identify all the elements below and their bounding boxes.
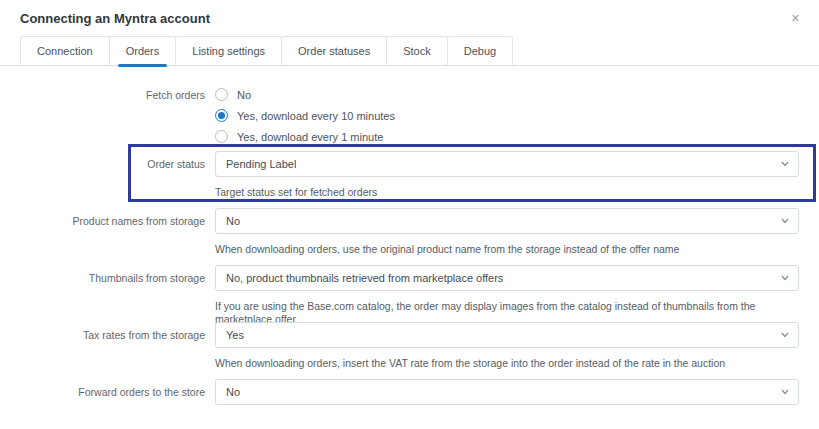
tab-label: Orders xyxy=(126,45,160,57)
tax-rates-select[interactable]: Yes xyxy=(215,322,799,348)
product-names-select[interactable]: No xyxy=(215,208,799,234)
field-help-text: When downloading orders, use the origina… xyxy=(215,243,799,256)
chevron-down-icon xyxy=(781,332,789,338)
radio-option-label: No xyxy=(237,89,251,101)
tab-stock[interactable]: Stock xyxy=(386,36,448,65)
product-names-field: Product names from storage No When downl… xyxy=(20,208,799,256)
field-label: Forward orders to the store xyxy=(20,379,205,405)
field-help-text: If you are using the Base.com catalog, t… xyxy=(215,300,799,313)
tab-bar: Connection Orders Listing settings Order… xyxy=(0,36,819,66)
radio-icon xyxy=(215,130,228,143)
tab-debug[interactable]: Debug xyxy=(447,36,513,65)
tab-listing-settings[interactable]: Listing settings xyxy=(175,36,282,65)
orders-tab-panel: Fetch orders No Yes, download every 10 m… xyxy=(0,66,819,405)
fetch-orders-field: Fetch orders No Yes, download every 10 m… xyxy=(20,88,799,143)
order-status-select[interactable]: Pending Label xyxy=(215,151,799,177)
radio-group: No Yes, download every 10 minutes Yes, d… xyxy=(215,88,799,143)
chevron-down-icon xyxy=(781,218,789,224)
tab-orders[interactable]: Orders xyxy=(109,36,177,65)
radio-icon xyxy=(215,109,228,122)
select-value: No xyxy=(226,386,240,398)
radio-option-every-1-minute[interactable]: Yes, download every 1 minute xyxy=(215,130,799,143)
radio-icon xyxy=(215,88,228,101)
field-label: Fetch orders xyxy=(20,88,205,143)
field-label: Product names from storage xyxy=(20,208,205,256)
select-value: Pending Label xyxy=(226,158,296,170)
dialog-header: Connecting an Myntra account ✕ xyxy=(0,0,819,26)
field-label: Thumbnails from storage xyxy=(20,265,205,313)
field-label: Tax rates from the storage xyxy=(20,322,205,370)
select-value: No, product thumbnails retrieved from ma… xyxy=(226,272,503,284)
chevron-down-icon xyxy=(781,389,789,395)
tab-order-statuses[interactable]: Order statuses xyxy=(281,36,387,65)
forward-orders-select[interactable]: No xyxy=(215,379,799,405)
tab-label: Stock xyxy=(403,45,431,57)
field-help-text: When downloading orders, insert the VAT … xyxy=(215,357,799,370)
order-status-field: Order status Pending Label Target status… xyxy=(20,151,799,199)
tax-rates-field: Tax rates from the storage Yes When down… xyxy=(20,322,799,370)
radio-option-label: Yes, download every 1 minute xyxy=(237,131,383,143)
tab-label: Listing settings xyxy=(192,45,265,57)
thumbnails-select[interactable]: No, product thumbnails retrieved from ma… xyxy=(215,265,799,291)
radio-option-every-10-minutes[interactable]: Yes, download every 10 minutes xyxy=(215,109,799,122)
radio-option-label: Yes, download every 10 minutes xyxy=(237,110,395,122)
active-tab-indicator xyxy=(118,64,168,67)
select-value: Yes xyxy=(226,329,244,341)
field-label: Order status xyxy=(20,151,205,199)
radio-option-no[interactable]: No xyxy=(215,88,799,101)
field-help-text: Target status set for fetched orders xyxy=(215,186,799,199)
tab-label: Debug xyxy=(464,45,496,57)
chevron-down-icon xyxy=(781,161,789,167)
page-title: Connecting an Myntra account xyxy=(20,11,210,26)
forward-orders-field: Forward orders to the store No xyxy=(20,379,799,405)
tab-connection[interactable]: Connection xyxy=(20,36,110,65)
thumbnails-field: Thumbnails from storage No, product thum… xyxy=(20,265,799,313)
select-value: No xyxy=(226,215,240,227)
close-icon[interactable]: ✕ xyxy=(788,11,803,26)
chevron-down-icon xyxy=(781,275,789,281)
tab-label: Connection xyxy=(37,45,93,57)
tab-label: Order statuses xyxy=(298,45,370,57)
